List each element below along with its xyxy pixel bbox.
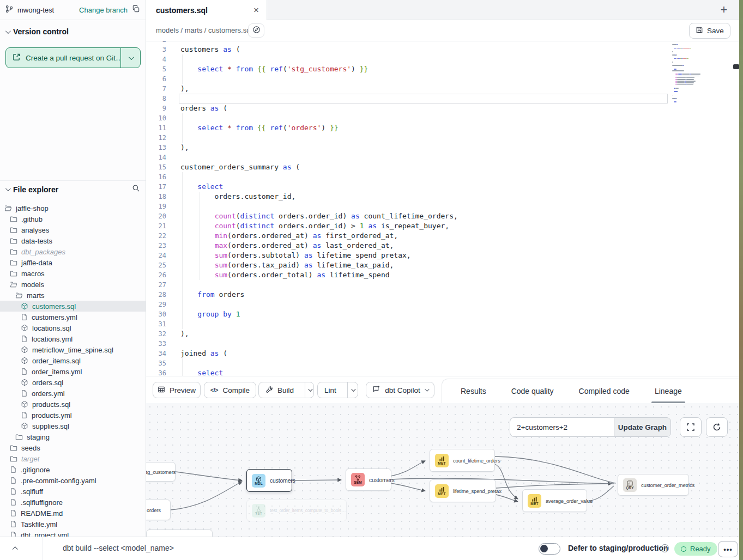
lineage-node-average-order-value[interactable]: METaverage_order_value (522, 489, 587, 512)
file-explorer-title: File explorer (13, 185, 58, 194)
line-number: 27 (146, 280, 166, 290)
tree-item-locations-sql[interactable]: locations.sql (0, 322, 146, 333)
tree-item--github[interactable]: .github (0, 214, 146, 224)
tree-item-jaffle-data[interactable]: jaffle-data (0, 257, 146, 268)
save-button[interactable]: Save (689, 23, 730, 39)
tree-item-order-items-yml[interactable]: order_items.yml (0, 366, 146, 377)
tree-item-taskfile-yml[interactable]: Taskfile.yml (0, 519, 146, 529)
tree-item-target[interactable]: target (0, 453, 146, 464)
lineage-node-test-order-items[interactable]: TSTtest_order_items_compute_to_bools… (246, 500, 347, 521)
line-number: 30 (146, 309, 166, 319)
lineage-node-customers-model[interactable]: MDLcustomers (246, 469, 292, 492)
tree-item--sqlfluff[interactable]: .sqlfluff (0, 486, 146, 497)
tree-item-products-sql[interactable]: products.sql (0, 399, 146, 410)
tree-item-data-tests[interactable]: data-tests (0, 235, 146, 246)
close-icon[interactable]: × (253, 5, 259, 15)
lineage-node-customers-semantic[interactable]: SEMcustomers (346, 468, 391, 491)
file-icon (21, 411, 28, 419)
model-cube-icon (21, 400, 28, 408)
tree-item-label: products.sql (32, 400, 70, 409)
tree-item-macros[interactable]: macros (0, 268, 146, 279)
tree-item-metricflow-time-spine-sql[interactable]: metricflow_time_spine.sql (0, 344, 146, 355)
code-editor[interactable]: 23customers as (45 select * from {{ ref(… (146, 41, 739, 376)
preview-button[interactable]: Preview (153, 382, 201, 398)
tree-item-orders-yml[interactable]: orders.yml (0, 388, 146, 399)
code-line-17: 17 select (146, 182, 739, 192)
compile-button[interactable]: </> Compile (204, 382, 256, 398)
defer-toggle[interactable] (539, 543, 560, 555)
open-in-explorer-button[interactable] (248, 23, 264, 38)
copy-icon[interactable] (132, 5, 140, 15)
create-pull-request-main[interactable]: Create a pull request on Git… (6, 48, 120, 68)
tree-item-orders-sql[interactable]: orders.sql (0, 377, 146, 388)
editor-scrollbar-thumb[interactable] (733, 64, 739, 69)
tree-item--pre-commit-config-yaml[interactable]: .pre-commit-config.yaml (0, 475, 146, 486)
command-input[interactable]: dbt build --select <model_name> (63, 544, 174, 552)
tree-item-dbt-project-yml[interactable]: dbt_project.yml (0, 529, 146, 537)
tree-item-locations-yml[interactable]: locations.yml (0, 333, 146, 344)
tab-lineage[interactable]: Lineage (655, 379, 682, 403)
lineage-node-orders[interactable]: orders (146, 500, 171, 520)
tree-item-order-items-sql[interactable]: order_items.sql (0, 355, 146, 366)
file-icon (10, 520, 17, 528)
met-node-icon: MET (435, 484, 449, 498)
met-node-icon: MET (528, 494, 541, 508)
tree-item-supplies-sql[interactable]: supplies.sql (0, 421, 146, 431)
help-icon[interactable]: ? (661, 544, 669, 552)
build-button[interactable]: Build (259, 382, 300, 398)
line-number: 19 (146, 202, 166, 211)
code-line-15: 15customer_orders_summary as ( (146, 162, 739, 172)
lint-button-group: Lint (317, 382, 358, 398)
tab-code-quality[interactable]: Code quality (511, 379, 554, 403)
tree-item-dbt-packages[interactable]: dbt_packages (0, 246, 146, 257)
dbt-copilot-button[interactable]: dbt Copilot (366, 382, 434, 398)
new-tab-button[interactable]: + (716, 2, 732, 17)
build-caret[interactable] (305, 382, 313, 398)
tab-compiled-code[interactable]: Compiled code (579, 379, 630, 403)
lineage-node-count-lifetime-orders[interactable]: METcount_lifetime_orders (430, 449, 495, 472)
lint-button[interactable]: Lint (318, 382, 343, 398)
lineage-node-customer-order-metrics[interactable]: QRYcustomer_order_metrics (618, 474, 689, 496)
create-pull-request-button[interactable]: Create a pull request on Git… (5, 47, 141, 68)
update-graph-button[interactable]: Update Graph (614, 417, 671, 437)
lineage-node-stg-customers[interactable]: stg_customers (146, 462, 176, 482)
tree-item--gitignore[interactable]: .gitignore (0, 464, 146, 475)
code-line-24: 24 sum(orders.subtotal) as lifetime_spen… (146, 251, 739, 260)
tree-item--sqlfluffignore[interactable]: .sqlfluffignore (0, 497, 146, 508)
tree-item-label: order_items.yml (32, 368, 82, 376)
mdl-node-icon: MDL (252, 474, 265, 488)
chevron-down-icon (5, 186, 11, 191)
file-explorer-header[interactable]: File explorer (0, 180, 146, 194)
lineage-node-partial[interactable] (146, 529, 213, 537)
change-branch-link[interactable]: Change branch (79, 6, 128, 14)
tree-item-jaffle-shop[interactable]: jaffle-shop (0, 203, 146, 214)
tree-item-seeds[interactable]: seeds (0, 442, 146, 453)
lineage-selector-input[interactable] (510, 417, 614, 437)
tree-item-analyses[interactable]: analyses (0, 224, 146, 235)
tree-item-customers-yml[interactable]: customers.yml (0, 312, 146, 322)
version-control-header[interactable]: Version control (0, 25, 146, 38)
refresh-icon[interactable] (706, 417, 728, 437)
pr-button-caret[interactable] (120, 48, 140, 68)
chevron-down-icon (129, 54, 134, 60)
search-icon[interactable] (132, 184, 140, 194)
lineage-node-lifetime-spend-pretax[interactable]: METlifetime_spend_pretax (430, 479, 496, 502)
tab-results[interactable]: Results (461, 379, 486, 403)
collapse-panel-button[interactable] (9, 543, 22, 555)
tree-item-products-yml[interactable]: products.yml (0, 410, 146, 421)
tab-customers-sql[interactable]: customers.sql × (146, 0, 267, 20)
tree-item-readme-md[interactable]: README.md (0, 508, 146, 519)
model-cube-icon (21, 346, 28, 354)
line-number: 12 (146, 133, 166, 143)
minimap[interactable] (672, 42, 716, 149)
code-lines: 23customers as (45 select * from {{ ref(… (146, 41, 739, 376)
tree-item-marts[interactable]: marts (0, 290, 146, 301)
line-number: 35 (146, 358, 166, 368)
tree-item-models[interactable]: models (0, 279, 146, 290)
fullscreen-button[interactable] (680, 417, 702, 437)
lint-caret[interactable] (347, 382, 358, 398)
more-options-button[interactable]: ••• (718, 541, 738, 557)
tree-item-staging[interactable]: staging (0, 431, 146, 442)
tree-item-customers-sql[interactable]: customers.sql (0, 301, 146, 312)
line-number: 15 (146, 162, 166, 172)
